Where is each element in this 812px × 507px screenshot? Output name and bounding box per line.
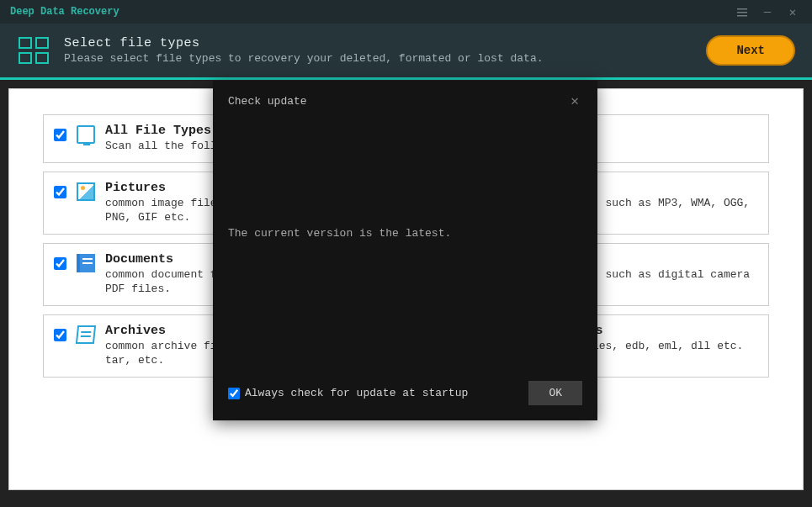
next-button[interactable]: Next (706, 35, 795, 66)
minimize-button[interactable]: — (755, 3, 780, 21)
update-dialog: Check update ✕ The current version is th… (213, 81, 597, 420)
archive-icon (77, 325, 95, 344)
page-subtitle: Please select file types to recovery you… (64, 52, 544, 65)
titlebar: Deep Data Recovery — ✕ (0, 0, 812, 24)
dialog-checkbox-label[interactable]: Always check for update at startup (228, 387, 468, 399)
filetype-checkbox-pictures[interactable] (54, 186, 66, 198)
document-icon (77, 254, 95, 272)
filetype-checkbox-documents[interactable] (54, 257, 66, 270)
dialog-ok-button[interactable]: OK (528, 381, 582, 405)
svg-rect-1 (737, 12, 747, 13)
dialog-message: The current version is the latest. (228, 227, 451, 240)
monitor-icon (77, 125, 95, 144)
filetype-checkbox-all[interactable] (54, 129, 66, 141)
close-button[interactable]: ✕ (780, 3, 805, 21)
menu-button[interactable] (730, 3, 755, 21)
dialog-startup-checkbox[interactable] (228, 388, 240, 399)
dialog-title: Check update (228, 95, 307, 108)
picture-icon (77, 182, 95, 201)
svg-rect-2 (737, 15, 747, 17)
header: Select file types Please select file typ… (0, 24, 812, 80)
filetype-checkbox-archives[interactable] (54, 329, 66, 341)
app-icon (17, 34, 57, 67)
dialog-close-icon[interactable]: ✕ (567, 92, 582, 109)
dialog-checkbox-text: Always check for update at startup (245, 387, 468, 399)
app-title: Deep Data Recovery (7, 6, 119, 18)
svg-rect-0 (737, 8, 747, 10)
page-title: Select file types (64, 36, 544, 50)
